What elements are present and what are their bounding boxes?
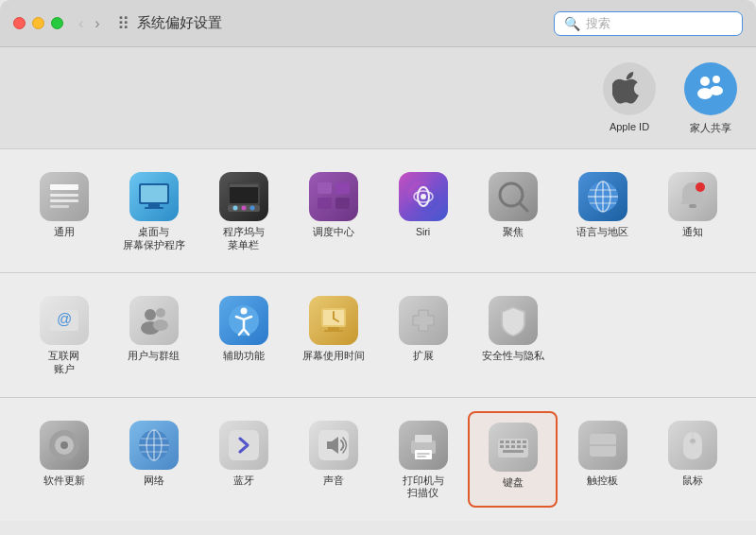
mouse-label: 鼠标 [682,475,703,488]
window-title: 系统偏好设置 [137,14,554,32]
svg-rect-6 [50,199,78,202]
notification-label: 通知 [682,226,703,239]
svg-point-26 [421,194,426,199]
svg-rect-66 [417,456,426,457]
users-icon [129,296,179,345]
general-item[interactable]: 通用 [19,163,109,259]
spotlight-icon [489,172,538,221]
nav-arrows: ‹ › [75,13,104,34]
svg-rect-14 [230,184,258,187]
maximize-button[interactable] [51,17,63,29]
svg-point-36 [696,182,705,192]
search-box[interactable]: 🔍 [554,11,743,36]
language-label: 语言与地区 [576,226,628,239]
software-label: 软件更新 [43,475,85,488]
accessibility-item[interactable]: 辅助功能 [198,286,288,383]
back-button[interactable]: ‹ [75,13,87,34]
internet-item[interactable]: @ 互联网账户 [19,286,109,383]
forward-button[interactable]: › [91,13,103,34]
security-item[interactable]: 安全性与隐私 [468,286,558,383]
sound-item[interactable]: 声音 [288,411,378,508]
notification-icon [668,172,717,221]
section-1: 通用 桌面与屏幕保护程序 [0,149,756,273]
traffic-lights [13,17,63,29]
svg-point-41 [156,308,165,318]
section-2-grid: @ 互联网账户 用户与群组 [19,286,737,383]
desktop-icon [129,172,179,221]
close-button[interactable] [13,17,26,29]
family-sharing-item[interactable]: 家人共享 [684,62,737,135]
siri-label: Siri [416,226,430,239]
section-1-grid: 通用 桌面与屏幕保护程序 [19,163,737,259]
bluetooth-label: 蓝牙 [233,475,254,488]
mission-item[interactable]: 调度中心 [288,163,378,259]
svg-rect-72 [523,440,526,443]
keyboard-label: 键盘 [503,476,524,490]
svg-point-18 [249,206,254,211]
keyboard-item[interactable]: 键盘 [468,411,558,508]
accessibility-icon [219,296,268,345]
software-item[interactable]: 软件更新 [19,411,109,508]
internet-label: 互联网账户 [48,350,79,375]
svg-rect-20 [335,182,350,194]
svg-rect-82 [690,439,696,443]
printer-icon [399,421,448,470]
svg-rect-50 [324,330,343,332]
bluetooth-item[interactable]: 蓝牙 [198,411,288,508]
users-item[interactable]: 用户与群组 [109,286,198,383]
svg-line-28 [520,203,527,211]
sound-icon [309,421,358,470]
svg-rect-69 [506,440,509,443]
mission-icon [309,172,358,221]
siri-item[interactable]: Siri [378,163,468,259]
trackpad-icon [578,421,627,470]
svg-rect-49 [328,327,339,330]
svg-rect-35 [689,204,696,208]
language-item[interactable]: 语言与地区 [558,163,647,259]
general-icon [40,172,89,221]
svg-rect-71 [517,440,521,443]
svg-rect-5 [50,194,78,197]
printer-item[interactable]: 打印机与扫描仪 [378,411,468,508]
svg-point-53 [60,441,68,449]
svg-rect-4 [50,184,78,190]
svg-rect-19 [318,182,332,194]
dock-item[interactable]: 程序坞与菜单栏 [198,163,288,259]
mouse-item[interactable]: 鼠标 [647,411,737,508]
extensions-item[interactable]: 扩展 [378,286,468,383]
extensions-icon [399,296,448,345]
section-3-grid: 软件更新 网络 [19,411,737,508]
printer-label: 打印机与扫描仪 [403,475,444,500]
screentime-item[interactable]: 屏幕使用时间 [288,286,378,383]
extensions-label: 扩展 [413,350,434,363]
trackpad-item[interactable]: 触控板 [558,411,647,508]
svg-rect-74 [506,445,509,448]
family-icon [684,62,737,115]
screentime-label: 屏幕使用时间 [302,350,365,363]
titlebar: ‹ › ⠿ 系统偏好设置 🔍 [0,0,756,47]
svg-rect-75 [511,445,515,448]
svg-rect-78 [503,450,524,453]
network-item[interactable]: 网络 [109,411,198,508]
desktop-item[interactable]: 桌面与屏幕保护程序 [109,163,198,259]
spotlight-label: 聚焦 [503,226,524,239]
family-sharing-label: 家人共享 [690,121,731,135]
notification-item[interactable]: 通知 [647,163,737,259]
main-content: Apple ID 家人共享 [0,47,756,521]
svg-point-42 [153,319,168,331]
security-icon [489,296,538,345]
svg-point-17 [241,206,246,211]
keyboard-icon [489,423,538,472]
screentime-icon [309,296,358,345]
security-label: 安全性与隐私 [482,350,544,363]
desktop-label: 桌面与屏幕保护程序 [123,226,185,251]
spotlight-item[interactable]: 聚焦 [468,163,558,259]
internet-icon: @ [40,296,89,345]
grid-view-button[interactable]: ⠿ [117,13,129,34]
general-label: 通用 [54,226,75,239]
svg-text:@: @ [56,311,71,327]
apple-id-item[interactable]: Apple ID [603,62,656,135]
search-input[interactable] [586,16,732,30]
mouse-icon [668,421,717,470]
minimize-button[interactable] [32,17,44,29]
